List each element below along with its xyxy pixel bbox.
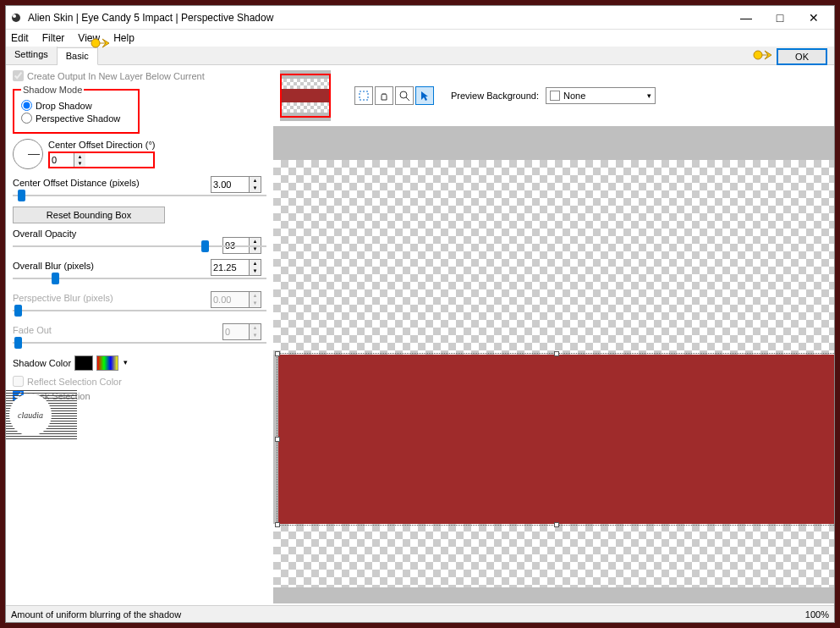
titlebar: Alien Skin | Eye Candy 5 Impact | Perspe… (6, 6, 834, 30)
center-offset-direction-input[interactable] (50, 153, 74, 167)
resize-handle[interactable] (275, 351, 280, 356)
resize-handle[interactable] (554, 351, 559, 356)
watermark-text: claudia (9, 394, 52, 436)
create-output-checkbox (13, 70, 24, 81)
resize-handle[interactable] (275, 522, 280, 527)
perspective-shadow-label: Perspective Shadow (36, 113, 120, 124)
reflect-selection-color-checkbox (13, 376, 24, 387)
overall-blur-slider[interactable] (13, 273, 266, 284)
ok-button[interactable]: OK (777, 48, 827, 65)
watermark: claudia (5, 390, 77, 439)
pointing-hand-icon (91, 35, 114, 52)
menu-help[interactable]: Help (113, 32, 135, 44)
spin-down-icon[interactable]: ▼ (74, 160, 85, 167)
center-offset-distance-slider[interactable] (13, 190, 266, 201)
selection-bounds[interactable] (277, 353, 834, 526)
none-swatch-icon (550, 91, 560, 101)
spin-up-icon: ▲ (250, 324, 261, 332)
minimize-button[interactable]: — (729, 8, 763, 28)
tab-settings[interactable]: Settings (6, 47, 58, 64)
menu-edit[interactable]: Edit (11, 32, 29, 44)
shadow-color-label: Shadow Color (13, 358, 71, 368)
marquee-tool-icon[interactable] (354, 86, 373, 105)
menubar: Edit Filter View Help (6, 30, 834, 47)
svg-point-3 (754, 51, 762, 59)
shadow-mode-legend: Shadow Mode (21, 85, 84, 95)
shadow-mode-group: Shadow Mode Drop Shadow Perspective Shad… (13, 85, 140, 134)
app-icon (9, 11, 23, 25)
perspective-shadow-radio[interactable] (21, 113, 32, 124)
settings-panel: Create Output In New Layer Below Current… (6, 65, 273, 603)
maximize-button[interactable]: □ (763, 8, 797, 28)
perspective-blur-slider (13, 305, 266, 317)
spin-up-icon[interactable]: ▲ (250, 260, 261, 267)
chevron-down-icon: ▾ (647, 91, 651, 100)
preview-background-value: None (563, 91, 585, 101)
zoom-level: 100% (805, 609, 829, 620)
preview-background-select[interactable]: None ▾ (546, 87, 656, 104)
reset-bounding-box-button[interactable]: Reset Bounding Box (13, 207, 165, 223)
spin-up-icon[interactable]: ▲ (250, 177, 261, 185)
tab-bar: Settings Basic (6, 47, 834, 65)
center-offset-direction-label: Center Offset Direction (°) (48, 140, 155, 150)
resize-handle[interactable] (275, 437, 280, 442)
fade-out-slider (13, 337, 266, 349)
status-bar: Amount of uniform blurring of the shadow… (6, 605, 834, 622)
hand-tool-icon[interactable] (375, 86, 393, 105)
svg-point-1 (13, 14, 16, 18)
overall-opacity-slider[interactable] (13, 240, 266, 252)
resize-handle[interactable] (554, 522, 559, 527)
color-picker-button[interactable] (96, 355, 118, 371)
reflect-selection-color-label: Reflect Selection Color (27, 377, 122, 387)
drop-shadow-label: Drop Shadow (36, 101, 92, 111)
preview-canvas[interactable] (273, 126, 834, 603)
pointer-tool-icon[interactable] (415, 86, 434, 105)
svg-point-5 (400, 91, 407, 98)
checker-background (273, 524, 834, 587)
svg-rect-4 (360, 91, 368, 100)
status-hint: Amount of uniform blurring of the shadow (11, 609, 181, 620)
svg-line-6 (406, 97, 409, 101)
checker-background (273, 160, 834, 355)
drop-shadow-radio[interactable] (21, 100, 32, 111)
svg-point-0 (12, 14, 20, 22)
center-offset-direction-spinner[interactable]: ▲▼ (48, 151, 155, 168)
window-title: Alien Skin | Eye Candy 5 Impact | Perspe… (28, 12, 729, 24)
preview-panel: Preview Background: None ▾ (273, 65, 834, 603)
create-output-label: Create Output In New Layer Below Current (27, 71, 205, 81)
svg-point-2 (91, 39, 100, 47)
preview-thumbnail[interactable] (280, 70, 331, 121)
spin-up-icon: ▲ (250, 292, 261, 300)
direction-dial[interactable] (13, 139, 43, 169)
preview-background-label: Preview Background: (451, 91, 539, 101)
pointing-hand-icon (753, 47, 777, 63)
shadow-color-swatch[interactable] (74, 355, 93, 371)
close-button[interactable]: ✕ (797, 8, 831, 28)
zoom-tool-icon[interactable] (395, 86, 414, 105)
menu-filter[interactable]: Filter (42, 32, 65, 44)
spin-up-icon[interactable]: ▲ (74, 153, 85, 160)
